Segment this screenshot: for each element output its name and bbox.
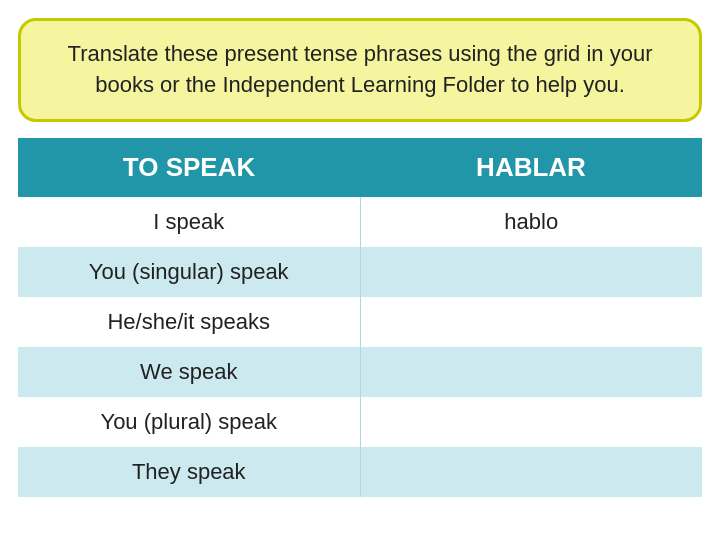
english-cell: He/she/it speaks (18, 297, 360, 347)
spanish-cell (360, 397, 702, 447)
table-row: We speak (18, 347, 702, 397)
spanish-cell (360, 297, 702, 347)
table-row: He/she/it speaks (18, 297, 702, 347)
english-cell: We speak (18, 347, 360, 397)
table-row: You (singular) speak (18, 247, 702, 297)
spanish-cell: hablo (360, 197, 702, 247)
english-cell: I speak (18, 197, 360, 247)
spanish-cell (360, 247, 702, 297)
table-header-row: TO SPEAK HABLAR (18, 138, 702, 197)
translation-table: TO SPEAK HABLAR I speakhabloYou (singula… (18, 138, 702, 497)
english-cell: They speak (18, 447, 360, 497)
instruction-box: Translate these present tense phrases us… (18, 18, 702, 122)
spanish-cell (360, 447, 702, 497)
translation-table-container: TO SPEAK HABLAR I speakhabloYou (singula… (18, 138, 702, 522)
header-spanish: HABLAR (360, 138, 702, 197)
english-cell: You (plural) speak (18, 397, 360, 447)
table-row: I speakhablo (18, 197, 702, 247)
spanish-cell (360, 347, 702, 397)
instruction-text: Translate these present tense phrases us… (68, 41, 653, 97)
table-row: You (plural) speak (18, 397, 702, 447)
header-english: TO SPEAK (18, 138, 360, 197)
english-cell: You (singular) speak (18, 247, 360, 297)
table-row: They speak (18, 447, 702, 497)
